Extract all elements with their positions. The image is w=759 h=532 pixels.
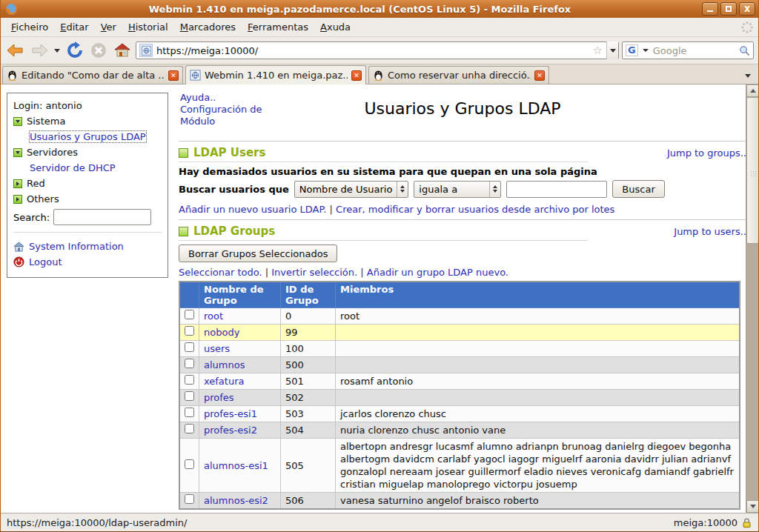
invert-selection-link[interactable]: Invertir selección. [271,267,357,278]
home-button[interactable] [112,40,133,61]
select-all-link[interactable]: Seleccionar todo. [179,267,262,278]
back-arrow-icon [7,42,24,59]
back-history-dropdown[interactable] [54,49,60,53]
group-select-checkbox[interactable] [185,424,194,433]
add-group-link[interactable]: Añadir un grupo LDAP nuevo. [367,267,508,278]
group-name-link[interactable]: xefatura [204,376,244,387]
group-select-checkbox[interactable] [185,408,194,417]
search-users-label: Buscar usuarios que [179,184,289,195]
table-row: users100 [179,341,740,357]
add-user-link[interactable]: Añadir un nuevo usuario LDAP. [179,204,326,215]
url-text[interactable]: https://meiga:10000/ [156,45,589,56]
group-members-cell: jcarlos clorenzo chusc [336,406,740,422]
throbber-icon [740,21,754,34]
sidebar-item-usuarios-grupos-ldap[interactable]: Usuarios y Grupos LDAP [30,131,146,142]
group-name-link[interactable]: profes [204,392,234,403]
google-icon: G [626,44,638,56]
group-name-link[interactable]: alumnos-esi1 [204,460,268,471]
group-members-cell: root [336,308,740,325]
back-button[interactable] [5,40,26,61]
tab-close-icon[interactable]: ✕ [351,70,362,81]
menu-ver[interactable]: Ver [95,19,122,35]
bookmark-star-icon[interactable]: ☆ [593,44,603,57]
table-row: profes-esi1503jcarlos clorenzo chusc [179,406,740,422]
search-placeholder[interactable]: Google [653,45,736,56]
groups-section-heading: LDAP Groups [193,225,275,238]
group-select-checkbox[interactable] [185,342,194,352]
section-divider [179,219,746,220]
scroll-up-button[interactable] [746,84,758,97]
scroll-down-button[interactable] [746,500,758,513]
menu-historial[interactable]: Historial [122,19,174,35]
system-information-link[interactable]: System Information [29,241,124,252]
logout-icon [13,256,24,267]
too-many-users-message: Hay demasiados usuarios en su sistema pa… [179,166,746,177]
menu-axuda[interactable]: Axuda [314,19,357,35]
url-bar[interactable]: https://meiga:10000/ ☆ [136,41,619,59]
vertical-scrollbar[interactable] [746,84,758,513]
group-select-checkbox[interactable] [185,359,194,368]
tab-close-icon[interactable]: ✕ [168,70,179,81]
sidebar-category-others[interactable]: Others [13,191,162,207]
status-host: meiga:10000 [674,517,738,528]
delete-groups-button[interactable]: Borrar Grupos Seleccionados [179,245,337,262]
sidebar-category-red[interactable]: Red [13,176,162,191]
tux-icon [373,70,384,81]
maximize-button[interactable] [720,2,737,16]
group-select-checkbox[interactable] [185,375,194,385]
group-select-checkbox[interactable] [185,391,194,401]
close-button[interactable]: X [739,2,755,16]
group-select-checkbox[interactable] [185,459,194,469]
webmin-tab-icon [190,70,201,81]
group-select-checkbox[interactable] [185,326,194,336]
user-search-input[interactable] [506,181,607,198]
group-select-checkbox[interactable] [185,310,194,319]
group-name-link[interactable]: root [204,310,223,322]
menu-marcadores[interactable]: Marcadores [174,19,242,35]
group-name-link[interactable]: profes-esi2 [204,425,257,436]
forward-button[interactable] [29,40,50,61]
tab-webmin-active[interactable]: Webmin 1.410 en meiga.paz... ✕ [185,65,366,84]
group-name-link[interactable]: alumnos [204,359,245,370]
sidebar-item-servidor-dhcp[interactable]: Servidor de DHCP [30,162,116,173]
sidebar-search-input[interactable] [53,209,151,225]
jump-to-users-link[interactable]: Jump to users.. [674,226,746,237]
search-bar[interactable]: G Google [622,41,754,59]
menu-ficheiro[interactable]: Ficheiro [5,19,54,35]
jump-to-groups-link[interactable]: Jump to groups.. [667,147,746,159]
minimize-button[interactable] [702,2,718,16]
reload-button[interactable] [64,40,85,61]
user-field-select[interactable]: Nombre de Usuario [294,181,409,198]
sidebar-category-sistema[interactable]: Sistema [13,113,162,129]
sidebar-category-servidores[interactable]: Servidores [13,144,162,160]
menu-editar[interactable]: Editar [54,19,95,35]
chevron-down-icon [610,49,616,53]
section-divider [179,240,588,241]
tab-editando[interactable]: Editando "Como dar de alta ... ✕ [2,66,183,84]
tab-como-reservar[interactable]: Como reservar unha direcció... ✕ [368,66,549,84]
table-row: alumnos-esi2506vanesa saturnino angelof … [179,493,740,510]
group-name-link[interactable]: profes-esi1 [204,408,257,419]
ssl-lock-icon[interactable] [741,517,752,528]
tab-list-dropdown[interactable] [745,74,751,78]
category-label: Red [27,178,45,189]
buscar-button[interactable]: Buscar [612,180,664,198]
menu-ferramentas[interactable]: Ferramentas [242,19,314,35]
scrollbar-thumb[interactable] [746,97,758,244]
help-link[interactable]: Ayuda.. [180,92,216,103]
url-dropdown-button[interactable] [606,41,618,59]
link-separator: | [360,267,363,278]
tab-close-icon[interactable]: ✕ [534,70,545,81]
magnifier-icon[interactable] [739,45,750,56]
match-type-select[interactable]: iguala a [414,181,501,198]
group-name-link[interactable]: users [204,343,230,354]
group-name-link[interactable]: alumnos-esi2 [204,495,268,506]
group-name-link[interactable]: nobody [204,327,239,338]
group-select-checkbox[interactable] [185,494,194,504]
section-icon [179,148,188,158]
search-engine-dropdown[interactable] [643,49,649,52]
batch-users-link[interactable]: Crear, modificar y borrar usuarios desde… [336,204,614,215]
logout-link[interactable]: Logout [29,256,62,267]
stop-button[interactable] [88,40,109,61]
module-config-link[interactable]: Configuración de Módulo [180,104,262,127]
